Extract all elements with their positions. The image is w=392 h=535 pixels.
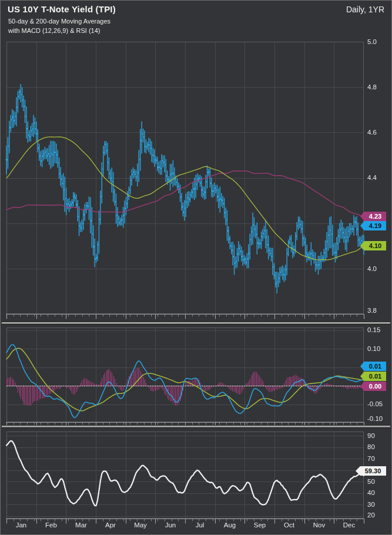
y-axis-label-rsi: 70	[367, 455, 375, 463]
panel-splitter-macd[interactable]	[2, 322, 390, 325]
y-axis-label-macd: -0.10	[367, 415, 383, 423]
y-axis-label-macd: 0.10	[367, 345, 380, 353]
ma200-last-value: 4.23	[369, 213, 381, 220]
signal-last-value: 0.01	[369, 373, 381, 380]
y-axis-label-price: 4.6	[367, 129, 377, 136]
y-axis-label-rsi: 30	[367, 501, 375, 509]
signal-last-value-callout: 0.01	[360, 372, 386, 381]
y-axis-label-rsi: 50	[367, 478, 375, 486]
month-label: Sep	[247, 521, 273, 529]
y-axis-label-price: 3.8	[367, 307, 377, 315]
month-label: Feb	[38, 521, 64, 529]
price-chart-canvas[interactable]	[1, 1, 391, 534]
rsi-last-value-callout: 59.30	[356, 466, 386, 476]
histogram-last-value: 0.00	[369, 383, 381, 390]
y-axis-label-price: 4.0	[367, 265, 377, 273]
month-label: Mar	[68, 521, 94, 529]
month-label: Dec	[336, 521, 362, 529]
chart-title: US 10Y T-Note Yield (TPI)	[8, 4, 116, 14]
price-last-value-callout: 4.19	[360, 221, 386, 230]
y-axis-label-macd: -0.05	[367, 400, 383, 408]
y-axis-label-rsi: 40	[367, 489, 375, 497]
price-last-value: 4.19	[369, 222, 381, 229]
month-label: Jan	[8, 521, 34, 529]
y-axis-label-rsi: 20	[367, 511, 375, 519]
y-axis-label-price: 4.4	[367, 174, 377, 182]
panel-splitter-rsi[interactable]	[2, 425, 390, 428]
ma50-last-value: 4.10	[369, 242, 381, 249]
month-label: Apr	[98, 521, 123, 529]
y-axis-label-price: 5.0	[367, 38, 377, 46]
histogram-last-value-callout: 0.00	[360, 382, 386, 391]
timeframe-label: Daily, 1YR	[346, 5, 384, 14]
chart-subtitle-indicators: with MACD (12,26,9) & RSI (14)	[8, 27, 100, 34]
month-label: Aug	[217, 521, 243, 529]
macd-last-value-callout: 0.01	[360, 362, 386, 371]
month-label: Nov	[306, 521, 332, 529]
y-axis-label-macd: 0.15	[367, 326, 380, 334]
ma200-last-value-callout: 4.23	[360, 212, 386, 221]
chart-window: US 10Y T-Note Yield (TPI) Daily, 1YR 50-…	[0, 0, 392, 535]
macd-last-value: 0.01	[369, 363, 381, 370]
rsi-last-value: 59.30	[365, 467, 381, 474]
y-axis-label-rsi: 80	[367, 443, 375, 451]
month-label: Jun	[158, 521, 183, 529]
month-label: May	[128, 521, 153, 529]
y-axis-label-price: 4.8	[367, 83, 377, 91]
month-label: Oct	[276, 521, 302, 529]
y-axis-label-rsi: 90	[367, 432, 375, 440]
month-label: Jul	[187, 521, 213, 529]
chart-subtitle-averages: 50-day & 200-day Moving Averages	[8, 18, 110, 25]
ma50-last-value-callout: 4.10	[360, 241, 386, 250]
